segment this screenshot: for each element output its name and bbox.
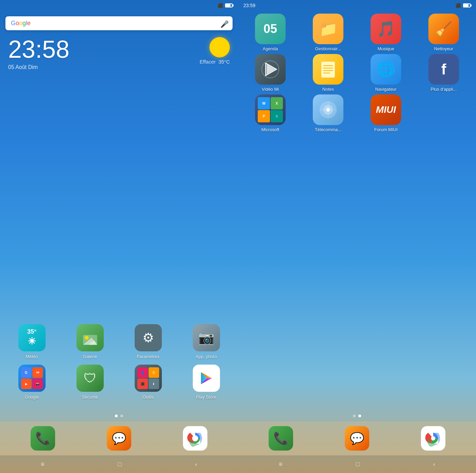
app-item-galerie[interactable]: Galerie [64,324,116,359]
clock-time: 23:58 [8,37,69,62]
left-app-grid-row1: 35° ☀ Météo Galerie [5,324,233,359]
screen-off-icon: ⬛ [218,3,223,8]
left-page-dots [0,415,238,417]
app-item-playstore[interactable]: Play Store [180,365,233,400]
app-icon-google-folder: G 🗺 ▶ 📸 [18,365,46,392]
dock-phone[interactable]: 📞 [31,426,55,451]
right-dock-icon-messages: 💬 [345,426,369,451]
clock-date: 05 Août Dim [8,64,69,70]
svg-point-12 [193,436,198,441]
left-app-grid-row2: G 🗺 ▶ 📸 Google 🛡 Sécurité [5,365,233,400]
folder-app-o1: 👤 [137,367,148,378]
right-dock-icon-phone: 📞 [269,426,293,451]
ms-word: W [258,97,270,109]
dot-1 [115,415,118,417]
chrome-svg [186,429,204,448]
right-dock-chrome[interactable] [421,426,445,451]
right-status-time: 23:59 [243,3,255,8]
weather-widget: Effacer 35°C [200,37,230,65]
nav-back-button[interactable]: ‹ [188,459,204,469]
dock-chrome[interactable] [183,426,207,451]
dot-2 [120,415,123,417]
app-item-photo[interactable]: 📷 App. photo [180,324,233,359]
app-item-outils[interactable]: 👤 ☰ ⬛ ⬇ Outils [122,365,174,400]
app-label-microsoft: Microsoft [261,127,279,132]
nav-menu-button[interactable]: ≡ [34,459,51,469]
video-mi-svg [261,60,279,78]
app-icon-playstore [193,365,220,392]
folder-app-4: 📸 [32,379,43,389]
app-icon-notes [313,54,343,85]
folder-app-o2: ☰ [149,367,159,378]
app-item-forum-miui[interactable]: MIUI Forum MIUI [359,94,413,132]
g-letter-red: o [16,20,19,27]
app-label-playstore: Play Store [196,395,217,400]
app-icon-outils: 👤 ☰ ⬛ ⬇ [135,365,162,392]
app-icon-microsoft: W X P S [255,94,286,125]
app-item-notes[interactable]: Notes [301,54,355,92]
empty-slot [417,94,471,132]
nav-home-button[interactable]: □ [111,459,129,469]
galerie-svg [82,329,99,346]
app-item-gestionnaire[interactable]: 📁 Gestionnair... [301,14,355,51]
app-label-forum-miui: Forum MIUI [374,127,398,132]
app-item-video-mi[interactable]: Vidéo Mi [243,54,297,92]
right-chrome-svg [424,429,442,448]
app-label-outils: Outils [142,395,154,400]
app-item-agenda[interactable]: 05 Agenda [243,14,297,51]
dock-messages[interactable]: 💬 [107,426,131,451]
right-dot-1 [353,415,356,417]
right-dock-phone[interactable]: 📞 [269,426,293,451]
playstore-svg [198,370,215,386]
right-nav-menu-button[interactable]: ≡ [272,459,289,469]
app-item-microsoft[interactable]: W X P S Microsoft [243,94,297,132]
app-item-telecomma[interactable]: Télécomma... [301,94,355,132]
app-icon-forum-miui: MIUI [371,94,401,125]
app-label-gestionnaire: Gestionnair... [315,46,341,51]
app-icon-galerie [76,324,104,351]
app-icon-meteo: 35° ☀ [18,324,46,351]
app-icon-video-mi [255,54,286,85]
right-nav-back-button[interactable]: ‹ [426,459,442,469]
app-item-parametres[interactable]: ⚙ Paramètres [122,324,174,359]
g-letter-yellow: o [19,20,22,27]
g-letter-blue: G [11,20,16,27]
folder-app-o3: ⬛ [137,379,148,389]
app-label-musique: Musique [377,46,394,51]
ms-pp: P [258,110,270,122]
folder-grid-google: G 🗺 ▶ 📸 [18,365,46,392]
app-item-navigateur[interactable]: 🌐 Navigateur [359,54,413,92]
folder-app-o4: ⬇ [149,379,159,389]
clock-display: 23:58 05 Août Dim [8,37,69,70]
app-icon-plus: f [428,54,459,85]
g-letter-green: g [22,20,26,27]
app-label-video-mi: Vidéo Mi [262,87,279,92]
svg-point-1 [85,336,89,340]
left-phone-panel: ⬛ Google 🎤 23:58 05 Août Dim Effa [0,0,238,473]
app-icon-agenda: 05 [255,14,286,44]
app-item-meteo[interactable]: 35° ☀ Météo [5,324,58,359]
left-main-content: Google 🎤 23:58 05 Août Dim Effacer 35°C [0,11,238,410]
microphone-icon[interactable]: 🎤 [220,20,227,27]
right-app-grid-row2: Vidéo Mi Notes 🌐 [243,54,471,92]
app-label-notes: Notes [322,87,334,92]
app-item-securite[interactable]: 🛡 Sécurité [64,365,116,400]
folder-app-3: ▶ [21,379,32,389]
right-phone-panel: 23:59 ⬛ 05 Agenda [238,0,476,473]
right-dock-messages[interactable]: 💬 [345,426,369,451]
google-search-bar[interactable]: Google 🎤 [5,16,233,30]
app-item-nettoyeur[interactable]: 🧹 Nettoyeur [417,14,471,51]
dock-icon-chrome [183,426,207,451]
app-label-galerie: Galerie [83,354,97,359]
weather-temp: 35°C [218,59,230,65]
app-item-musique[interactable]: 🎵 Musique [359,14,413,51]
app-item-plus[interactable]: f Plus d'appli... [417,54,471,92]
app-label-telecomma: Télécomma... [315,127,342,132]
right-apps-section: 05 Agenda 📁 Gestionnair... 🎵 Musique [238,11,476,135]
app-icon-securite: 🛡 [76,365,104,392]
right-nav-home-button[interactable]: □ [349,459,367,469]
right-app-grid-row3: W X P S Microsoft [243,94,471,132]
app-item-google[interactable]: G 🗺 ▶ 📸 Google [5,365,58,400]
battery-icon [225,3,233,7]
weather-info: Effacer 35°C [200,59,230,65]
